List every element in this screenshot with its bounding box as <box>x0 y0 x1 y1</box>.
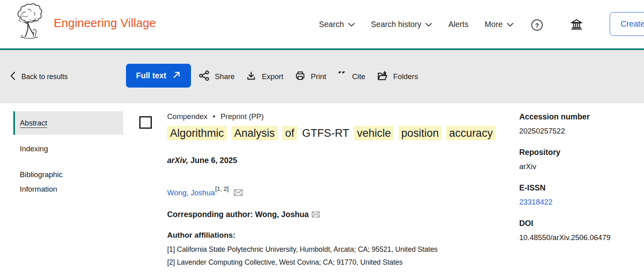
detail-label: Accession number <box>519 112 644 121</box>
cite-button[interactable]: ” Cite <box>338 71 365 82</box>
nav-search-label: Search <box>319 20 344 29</box>
cite-label: Cite <box>352 72 365 81</box>
email-icon[interactable] <box>312 210 320 219</box>
full-text-label: Full text <box>136 71 166 80</box>
record-select-checkbox[interactable] <box>139 116 152 129</box>
sidebar-item-bibliographic-label: Bibliographic Information <box>20 167 96 196</box>
share-icon <box>199 70 210 83</box>
meta-separator: • <box>213 112 215 121</box>
eissn-link[interactable]: 23318422 <box>519 198 644 207</box>
sidebar-item-indexing-label: Indexing <box>20 142 48 156</box>
nav-search[interactable]: Search <box>319 20 355 29</box>
help-question-mark: ? <box>535 22 539 29</box>
chevron-down-icon <box>348 20 355 29</box>
publication-date: June 6, 2025 <box>190 156 237 165</box>
detail-value: arXiv <box>519 162 644 171</box>
nav-more-label: More <box>485 20 502 29</box>
print-icon <box>295 70 306 83</box>
detail-label: E-ISSN <box>519 183 644 192</box>
help-icon[interactable]: ? <box>531 19 543 31</box>
title-word: of <box>282 126 297 140</box>
corresponding-author-label: Corresponding author: <box>167 210 253 219</box>
title-word: vehicle <box>354 126 394 140</box>
share-button[interactable]: Share <box>199 70 235 83</box>
sidebar-item-abstract-label: Abstract <box>20 116 47 130</box>
author-affiliation-superscript: [1, 2] <box>215 185 229 192</box>
title-word: GTFS-RT <box>302 126 350 140</box>
export-button[interactable]: Export <box>246 71 283 83</box>
record-content: Compendex • Preprint (PP) Algorithmic An… <box>167 112 502 269</box>
author-line: Wong, Joshua [1, 2] <box>167 186 502 198</box>
author-link[interactable]: Wong, Joshua <box>167 188 215 197</box>
record-actions: Share Export Print ” Cite <box>199 50 418 103</box>
title-word: accuracy <box>446 126 495 140</box>
print-label: Print <box>311 72 326 81</box>
export-label: Export <box>262 72 283 81</box>
create-account-label: Create <box>621 19 644 29</box>
folders-label: Folders <box>393 72 418 81</box>
cite-icon: ” <box>338 71 347 82</box>
print-button[interactable]: Print <box>295 70 326 83</box>
affiliation-line: [2] Lavender Computing Collective, West … <box>167 256 502 269</box>
record-toolbar: Back to results Full text Share <box>0 50 644 103</box>
folders-button[interactable]: Folders <box>377 70 418 84</box>
app-title[interactable]: Engineering Village <box>54 17 156 30</box>
external-link-arrow-icon <box>172 71 181 81</box>
institution-icon[interactable] <box>570 18 583 32</box>
nav-alerts[interactable]: Alerts <box>448 20 468 29</box>
email-icon[interactable] <box>234 189 243 198</box>
folders-icon <box>377 70 388 84</box>
sidebar-item-indexing[interactable]: Indexing <box>13 137 123 161</box>
detail-label: DOI <box>519 219 644 228</box>
export-icon <box>246 71 256 83</box>
title-word: position <box>399 126 442 140</box>
create-account-button[interactable]: Create <box>610 12 644 36</box>
sidebar-item-abstract[interactable]: Abstract <box>13 111 123 135</box>
detail-label: Repository <box>519 148 644 157</box>
top-header: Engineering Village Search Search histor… <box>0 0 644 48</box>
title-word: Analysis <box>231 126 278 140</box>
corresponding-author-name: Wong, Joshua <box>255 210 309 219</box>
primary-nav: Search Search history Alerts More <box>319 0 514 48</box>
source-name: arXiv, <box>167 156 188 165</box>
record-title: Algorithmic Analysis of GTFS-RT vehicle … <box>167 125 502 142</box>
source-date-line: arXiv, June 6, 2025 <box>167 156 502 165</box>
chevron-left-icon <box>10 71 15 82</box>
detail-accession-number: Accession number 20250257522 <box>519 112 644 136</box>
nav-alerts-label: Alerts <box>448 20 468 29</box>
affiliation-line: [1] California State Polytechnic Univers… <box>167 243 502 256</box>
affiliations-heading: Author affiliations: <box>167 231 502 240</box>
nav-more[interactable]: More <box>485 20 513 29</box>
nav-search-history[interactable]: Search history <box>371 20 432 29</box>
nav-search-history-label: Search history <box>371 20 422 29</box>
section-nav: Abstract Indexing Bibliographic Informat… <box>13 111 123 203</box>
corresponding-author-line: Corresponding author: Wong, Joshua <box>167 209 502 219</box>
chevron-down-icon <box>425 20 432 29</box>
full-text-button[interactable]: Full text <box>126 64 191 88</box>
detail-repository: Repository arXiv <box>519 148 644 171</box>
database-label: Compendex <box>167 112 208 121</box>
chevron-down-icon <box>507 20 514 29</box>
sidebar-item-bibliographic-information[interactable]: Bibliographic Information <box>13 163 123 201</box>
detail-value: 10.48550/arXiv.2506.06479 <box>519 233 644 242</box>
back-to-results-link[interactable]: Back to results <box>10 50 68 103</box>
detail-eissn: E-ISSN 23318422 <box>519 183 644 207</box>
record-details-panel: Accession number 20250257522 Repository … <box>519 112 644 254</box>
detail-value: 20250257522 <box>519 127 644 136</box>
title-word: Algorithmic <box>167 126 227 140</box>
share-label: Share <box>215 72 235 81</box>
record-meta: Compendex • Preprint (PP) <box>167 112 502 121</box>
detail-doi: DOI 10.48550/arXiv.2506.06479 <box>519 219 644 242</box>
doc-type-label: Preprint (PP) <box>220 112 264 121</box>
back-to-results-label: Back to results <box>21 73 68 81</box>
elsevier-tree-logo-icon[interactable] <box>12 3 46 42</box>
record-page: Abstract Indexing Bibliographic Informat… <box>0 103 644 278</box>
